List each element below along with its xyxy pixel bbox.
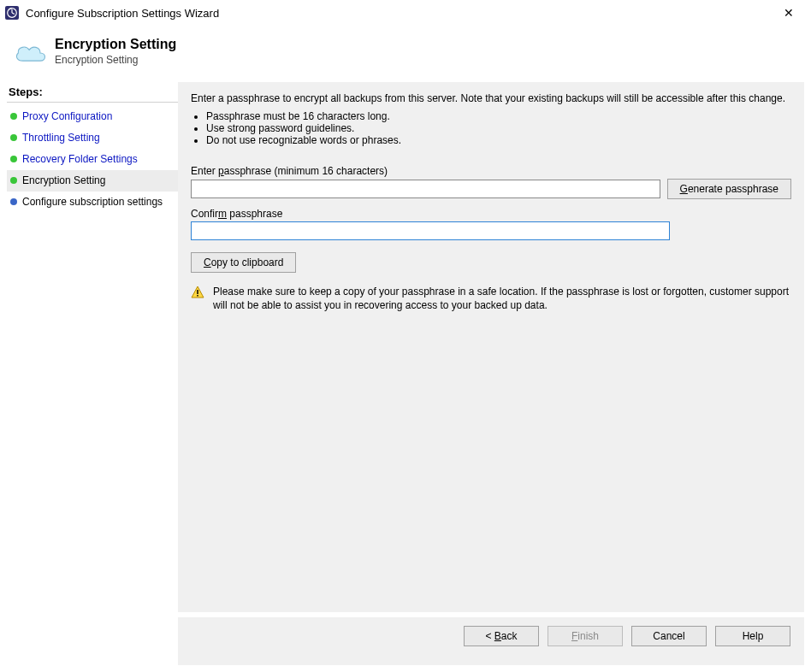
enter-passphrase-input[interactable] [191, 180, 660, 198]
cloud-icon [7, 37, 55, 68]
passphrase-rules: Passphrase must be 16 characters long. U… [206, 110, 791, 146]
cancel-button[interactable]: Cancel [631, 626, 707, 646]
steps-sidebar: Steps: Proxy Configuration Throttling Se… [7, 82, 178, 612]
step-encryption-setting: Encryption Setting [7, 170, 178, 192]
main-panel: Enter a passphrase to encrypt all backup… [178, 82, 804, 612]
wizard-body: Steps: Proxy Configuration Throttling Se… [0, 77, 811, 617]
step-done-icon [10, 113, 17, 120]
step-current-icon [10, 177, 17, 184]
step-configure-subscription-settings: Configure subscription settings [7, 192, 178, 213]
page-subtitle: Encryption Setting [55, 54, 176, 66]
step-label: Configure subscription settings [22, 196, 163, 209]
rule-item: Use strong password guidelines. [206, 122, 791, 134]
page-title: Encryption Setting [55, 37, 176, 52]
svg-rect-3 [197, 295, 198, 297]
warning-text: Please make sure to keep a copy of your … [213, 285, 791, 312]
app-icon [5, 6, 19, 20]
confirm-passphrase-row [191, 221, 670, 240]
back-button[interactable]: < Back [464, 626, 539, 646]
step-link[interactable]: Proxy Configuration [22, 110, 112, 123]
step-proxy-configuration[interactable]: Proxy Configuration [7, 106, 178, 127]
wizard-header: Encryption Setting Encryption Setting [0, 27, 811, 77]
step-done-icon [10, 156, 17, 162]
confirm-passphrase-label: Confirm passphrase [191, 208, 791, 220]
step-label: Encryption Setting [22, 174, 105, 187]
titlebar: Configure Subscription Settings Wizard ✕ [0, 0, 811, 27]
svg-rect-2 [197, 290, 198, 294]
step-link[interactable]: Recovery Folder Settings [22, 153, 138, 166]
enter-passphrase-row: Generate passphrase [191, 179, 791, 199]
copy-row: Copy to clipboard [191, 252, 791, 273]
wizard-footer: < Back Finish Cancel Help [178, 617, 804, 665]
steps-heading: Steps: [7, 82, 178, 103]
window-title: Configure Subscription Settings Wizard [26, 7, 772, 20]
step-done-icon [10, 134, 17, 141]
rule-item: Do not use recognizable words or phrases… [206, 134, 791, 146]
enter-passphrase-label: Enter passphrase (minimum 16 characters) [191, 165, 791, 177]
step-throttling-setting[interactable]: Throttling Setting [7, 127, 178, 149]
warning-icon [191, 286, 204, 299]
copy-to-clipboard-button[interactable]: Copy to clipboard [191, 252, 296, 273]
generate-passphrase-button[interactable]: Generate passphrase [667, 179, 791, 199]
passphrase-warning: Please make sure to keep a copy of your … [191, 285, 791, 312]
confirm-passphrase-input[interactable] [191, 221, 670, 240]
steps-list: Proxy Configuration Throttling Setting R… [7, 106, 178, 213]
wizard-window: Configure Subscription Settings Wizard ✕… [0, 0, 811, 672]
rule-item: Passphrase must be 16 characters long. [206, 110, 791, 122]
close-button[interactable]: ✕ [772, 1, 806, 25]
step-recovery-folder-settings[interactable]: Recovery Folder Settings [7, 149, 178, 170]
intro-text: Enter a passphrase to encrypt all backup… [191, 91, 791, 105]
step-pending-icon [10, 198, 17, 205]
help-button[interactable]: Help [715, 626, 790, 646]
step-link[interactable]: Throttling Setting [22, 132, 100, 144]
finish-button: Finish [548, 626, 623, 646]
